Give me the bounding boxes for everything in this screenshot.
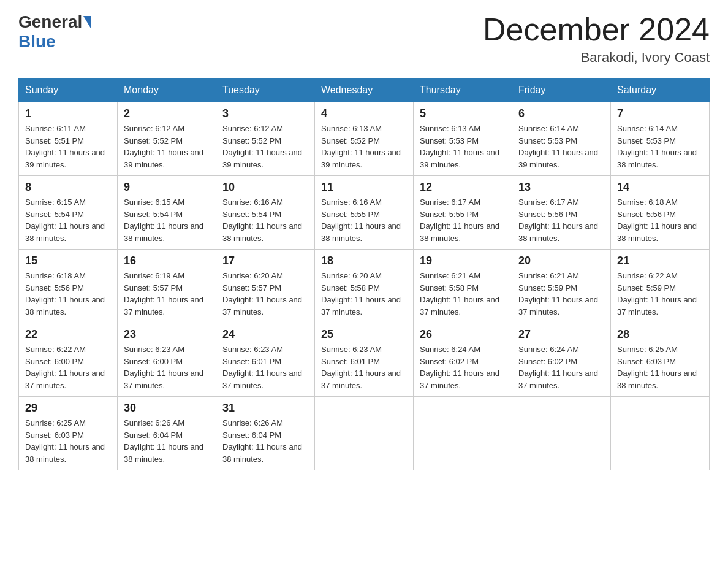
day-number: 6: [518, 107, 604, 120]
calendar-cell: 9Sunrise: 6:15 AMSunset: 5:54 PMDaylight…: [118, 176, 216, 250]
day-number: 1: [25, 107, 111, 120]
calendar-cell: 26Sunrise: 6:24 AMSunset: 6:02 PMDayligh…: [414, 323, 512, 397]
calendar-cell: [414, 397, 512, 470]
calendar-header-tuesday: Tuesday: [216, 79, 315, 102]
calendar-cell: 2Sunrise: 6:12 AMSunset: 5:52 PMDaylight…: [118, 102, 216, 176]
day-info: Sunrise: 6:22 AMSunset: 6:00 PMDaylight:…: [25, 343, 111, 391]
logo-blue-text: Blue: [18, 32, 56, 52]
calendar-cell: 23Sunrise: 6:23 AMSunset: 6:00 PMDayligh…: [118, 323, 216, 397]
calendar-cell: 30Sunrise: 6:26 AMSunset: 6:04 PMDayligh…: [118, 397, 216, 470]
day-info: Sunrise: 6:21 AMSunset: 5:59 PMDaylight:…: [518, 270, 604, 318]
calendar-cell: 3Sunrise: 6:12 AMSunset: 5:52 PMDaylight…: [216, 102, 315, 176]
day-number: 21: [617, 255, 703, 267]
day-info: Sunrise: 6:14 AMSunset: 5:53 PMDaylight:…: [518, 123, 604, 170]
day-number: 10: [222, 181, 308, 194]
calendar-header-row: SundayMondayTuesdayWednesdayThursdayFrid…: [19, 79, 710, 102]
calendar-cell: 8Sunrise: 6:15 AMSunset: 5:54 PMDaylight…: [19, 176, 118, 250]
calendar-cell: 27Sunrise: 6:24 AMSunset: 6:02 PMDayligh…: [512, 323, 611, 397]
calendar-cell: 13Sunrise: 6:17 AMSunset: 5:56 PMDayligh…: [512, 176, 611, 250]
day-info: Sunrise: 6:15 AMSunset: 5:54 PMDaylight:…: [25, 196, 111, 244]
day-number: 24: [222, 328, 308, 341]
day-info: Sunrise: 6:26 AMSunset: 6:04 PMDaylight:…: [124, 417, 210, 465]
day-number: 23: [124, 328, 210, 341]
day-number: 19: [420, 255, 506, 267]
day-info: Sunrise: 6:23 AMSunset: 6:01 PMDaylight:…: [321, 343, 407, 391]
calendar-header-monday: Monday: [118, 79, 216, 102]
day-info: Sunrise: 6:16 AMSunset: 5:54 PMDaylight:…: [222, 196, 308, 244]
day-number: 14: [617, 181, 703, 194]
day-number: 12: [420, 181, 506, 194]
calendar-week-row: 8Sunrise: 6:15 AMSunset: 5:54 PMDaylight…: [19, 176, 710, 250]
day-number: 30: [124, 402, 210, 415]
page-header: General Blue December 2024 Barakodi, Ivo…: [18, 12, 710, 66]
calendar-cell: 22Sunrise: 6:22 AMSunset: 6:00 PMDayligh…: [19, 323, 118, 397]
calendar-cell: 19Sunrise: 6:21 AMSunset: 5:58 PMDayligh…: [414, 250, 512, 323]
day-number: 5: [420, 107, 506, 120]
calendar-cell: 28Sunrise: 6:25 AMSunset: 6:03 PMDayligh…: [611, 323, 710, 397]
location-text: Barakodi, Ivory Coast: [483, 50, 710, 66]
day-number: 29: [25, 402, 111, 415]
day-info: Sunrise: 6:17 AMSunset: 5:55 PMDaylight:…: [420, 196, 506, 244]
day-number: 26: [420, 328, 506, 341]
day-number: 17: [222, 255, 308, 267]
calendar-cell: 1Sunrise: 6:11 AMSunset: 5:51 PMDaylight…: [19, 102, 118, 176]
calendar-header-wednesday: Wednesday: [315, 79, 414, 102]
calendar-cell: [315, 397, 414, 470]
day-number: 11: [321, 181, 407, 194]
calendar-cell: 24Sunrise: 6:23 AMSunset: 6:01 PMDayligh…: [216, 323, 315, 397]
day-info: Sunrise: 6:23 AMSunset: 6:00 PMDaylight:…: [124, 343, 210, 391]
calendar-week-row: 1Sunrise: 6:11 AMSunset: 5:51 PMDaylight…: [19, 102, 710, 176]
calendar-week-row: 15Sunrise: 6:18 AMSunset: 5:56 PMDayligh…: [19, 250, 710, 323]
day-info: Sunrise: 6:23 AMSunset: 6:01 PMDaylight:…: [222, 343, 308, 391]
calendar-cell: 21Sunrise: 6:22 AMSunset: 5:59 PMDayligh…: [611, 250, 710, 323]
day-info: Sunrise: 6:19 AMSunset: 5:57 PMDaylight:…: [124, 270, 210, 318]
calendar-cell: 6Sunrise: 6:14 AMSunset: 5:53 PMDaylight…: [512, 102, 611, 176]
logo-arrow-icon: [83, 16, 91, 28]
calendar-header-friday: Friday: [512, 79, 611, 102]
day-number: 3: [222, 107, 308, 120]
calendar-cell: 4Sunrise: 6:13 AMSunset: 5:52 PMDaylight…: [315, 102, 414, 176]
day-info: Sunrise: 6:22 AMSunset: 5:59 PMDaylight:…: [617, 270, 703, 318]
day-number: 27: [518, 328, 604, 341]
calendar-cell: 18Sunrise: 6:20 AMSunset: 5:58 PMDayligh…: [315, 250, 414, 323]
day-info: Sunrise: 6:25 AMSunset: 6:03 PMDaylight:…: [617, 343, 703, 391]
calendar-header-saturday: Saturday: [611, 79, 710, 102]
calendar-cell: 7Sunrise: 6:14 AMSunset: 5:53 PMDaylight…: [611, 102, 710, 176]
calendar-week-row: 22Sunrise: 6:22 AMSunset: 6:00 PMDayligh…: [19, 323, 710, 397]
calendar-week-row: 29Sunrise: 6:25 AMSunset: 6:03 PMDayligh…: [19, 397, 710, 470]
calendar-cell: 16Sunrise: 6:19 AMSunset: 5:57 PMDayligh…: [118, 250, 216, 323]
day-number: 15: [25, 255, 111, 267]
day-info: Sunrise: 6:11 AMSunset: 5:51 PMDaylight:…: [25, 123, 111, 170]
calendar-cell: 10Sunrise: 6:16 AMSunset: 5:54 PMDayligh…: [216, 176, 315, 250]
calendar-cell: 17Sunrise: 6:20 AMSunset: 5:57 PMDayligh…: [216, 250, 315, 323]
calendar-cell: 5Sunrise: 6:13 AMSunset: 5:53 PMDaylight…: [414, 102, 512, 176]
day-info: Sunrise: 6:20 AMSunset: 5:58 PMDaylight:…: [321, 270, 407, 318]
day-info: Sunrise: 6:18 AMSunset: 5:56 PMDaylight:…: [617, 196, 703, 244]
day-info: Sunrise: 6:21 AMSunset: 5:58 PMDaylight:…: [420, 270, 506, 318]
day-info: Sunrise: 6:24 AMSunset: 6:02 PMDaylight:…: [518, 343, 604, 391]
day-number: 8: [25, 181, 111, 194]
day-info: Sunrise: 6:15 AMSunset: 5:54 PMDaylight:…: [124, 196, 210, 244]
calendar-cell: 31Sunrise: 6:26 AMSunset: 6:04 PMDayligh…: [216, 397, 315, 470]
day-number: 16: [124, 255, 210, 267]
day-info: Sunrise: 6:26 AMSunset: 6:04 PMDaylight:…: [222, 417, 308, 465]
day-number: 28: [617, 328, 703, 341]
calendar-table: SundayMondayTuesdayWednesdayThursdayFrid…: [18, 78, 710, 470]
day-info: Sunrise: 6:17 AMSunset: 5:56 PMDaylight:…: [518, 196, 604, 244]
calendar-header-thursday: Thursday: [414, 79, 512, 102]
day-info: Sunrise: 6:16 AMSunset: 5:55 PMDaylight:…: [321, 196, 407, 244]
logo: General Blue: [18, 12, 92, 52]
day-info: Sunrise: 6:24 AMSunset: 6:02 PMDaylight:…: [420, 343, 506, 391]
day-number: 25: [321, 328, 407, 341]
calendar-cell: [611, 397, 710, 470]
day-number: 2: [124, 107, 210, 120]
day-number: 22: [25, 328, 111, 341]
day-info: Sunrise: 6:13 AMSunset: 5:52 PMDaylight:…: [321, 123, 407, 170]
calendar-cell: 12Sunrise: 6:17 AMSunset: 5:55 PMDayligh…: [414, 176, 512, 250]
calendar-cell: 15Sunrise: 6:18 AMSunset: 5:56 PMDayligh…: [19, 250, 118, 323]
day-number: 20: [518, 255, 604, 267]
day-info: Sunrise: 6:13 AMSunset: 5:53 PMDaylight:…: [420, 123, 506, 170]
day-info: Sunrise: 6:18 AMSunset: 5:56 PMDaylight:…: [25, 270, 111, 318]
day-info: Sunrise: 6:25 AMSunset: 6:03 PMDaylight:…: [25, 417, 111, 465]
calendar-cell: 20Sunrise: 6:21 AMSunset: 5:59 PMDayligh…: [512, 250, 611, 323]
